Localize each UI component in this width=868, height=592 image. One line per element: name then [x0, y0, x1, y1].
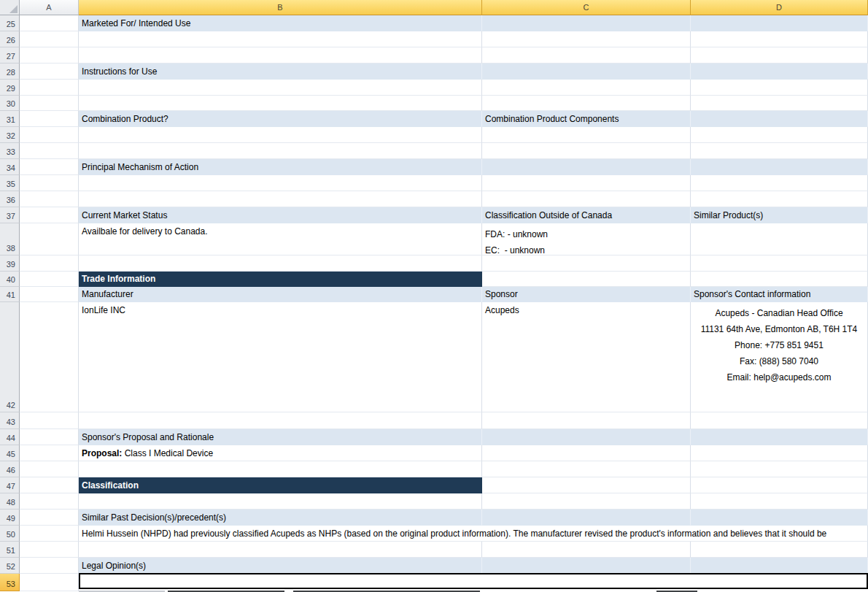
cell-D40[interactable]	[691, 272, 868, 287]
cell-B30[interactable]	[79, 96, 482, 111]
cell-A33[interactable]	[20, 143, 79, 159]
cell-C46[interactable]	[482, 461, 691, 477]
row-header-47[interactable]: 47	[0, 477, 20, 493]
cell-A45[interactable]	[20, 445, 79, 461]
cell-B38[interactable]: Availbale for delivery to Canada.	[79, 223, 482, 255]
cell-A50[interactable]	[20, 526, 79, 542]
cell-C35[interactable]	[482, 175, 691, 191]
cell-B36[interactable]	[79, 191, 482, 207]
cell-A48[interactable]	[20, 493, 79, 510]
cell-A38[interactable]	[20, 223, 79, 255]
cell-A25[interactable]	[20, 15, 79, 31]
cell-A30[interactable]	[20, 96, 79, 111]
row-header-44[interactable]: 44	[0, 429, 20, 445]
row-header-52[interactable]: 52	[0, 558, 20, 574]
cell-B51[interactable]	[79, 542, 482, 558]
row-header-42[interactable]: 42	[0, 302, 20, 412]
cell-A52[interactable]	[20, 558, 79, 574]
cell-C41[interactable]: Sponsor	[482, 287, 691, 302]
column-header-C[interactable]: C	[482, 0, 691, 15]
row-header-36[interactable]: 36	[0, 191, 20, 207]
cell-A51[interactable]	[20, 542, 79, 558]
cell-A36[interactable]	[20, 191, 79, 207]
cell-C29[interactable]	[482, 80, 691, 96]
cell-C25[interactable]	[482, 15, 691, 31]
cell-A39[interactable]	[20, 255, 79, 272]
cell-D28[interactable]	[691, 64, 868, 80]
cell-C52[interactable]	[482, 558, 691, 574]
cell-A31[interactable]	[20, 111, 79, 127]
row-header-26[interactable]: 26	[0, 31, 20, 47]
cell-A32[interactable]	[20, 127, 79, 143]
cell-D47[interactable]	[691, 477, 868, 493]
cell-C27[interactable]	[482, 47, 691, 64]
cell-B41[interactable]: Manufacturer	[79, 287, 482, 302]
cell-C43[interactable]	[482, 412, 691, 429]
row-header-38[interactable]: 38	[0, 223, 20, 255]
select-all-corner[interactable]	[0, 0, 20, 15]
cell-D35[interactable]	[691, 175, 868, 191]
cell-B26[interactable]	[79, 31, 482, 47]
cell-D51[interactable]	[691, 542, 868, 558]
cell-A46[interactable]	[20, 461, 79, 477]
cell-D37[interactable]: Similar Product(s)	[691, 207, 868, 223]
cell-B44[interactable]: Sponsor's Proposal and Rationale	[79, 429, 482, 445]
cell-D25[interactable]	[691, 15, 868, 31]
cell-D43[interactable]	[691, 412, 868, 429]
cell-A53[interactable]	[20, 574, 79, 591]
cell-B32[interactable]	[79, 127, 482, 143]
row-header-30[interactable]: 30	[0, 96, 20, 111]
cell-B43[interactable]	[79, 412, 482, 429]
cell-A29[interactable]	[20, 80, 79, 96]
cell-C40[interactable]	[482, 272, 691, 287]
row-header-43[interactable]: 43	[0, 412, 20, 429]
row-header-49[interactable]: 49	[0, 510, 20, 526]
cell-D52[interactable]	[691, 558, 868, 574]
cell-D49[interactable]	[691, 510, 868, 526]
cell-A28[interactable]	[20, 64, 79, 80]
row-header-37[interactable]: 37	[0, 207, 20, 223]
cell-C32[interactable]	[482, 127, 691, 143]
cell-B35[interactable]	[79, 175, 482, 191]
row-header-40[interactable]: 40	[0, 272, 20, 287]
column-header-A[interactable]: A	[20, 0, 79, 15]
cell-A43[interactable]	[20, 412, 79, 429]
row-header-34[interactable]: 34	[0, 159, 20, 175]
cell-B42[interactable]: IonLife INC	[79, 302, 482, 412]
cell-D45[interactable]	[691, 445, 868, 461]
cell-D26[interactable]	[691, 31, 868, 47]
cell-D31[interactable]	[691, 111, 868, 127]
cell-D29[interactable]	[691, 80, 868, 96]
cell-C42[interactable]: Acupeds	[482, 302, 691, 412]
cell-B52[interactable]: Legal Opinion(s)	[79, 558, 482, 574]
row-header-25[interactable]: 25	[0, 15, 20, 31]
row-header-32[interactable]: 32	[0, 127, 20, 143]
column-header-B[interactable]: B	[79, 0, 482, 15]
cell-D44[interactable]	[691, 429, 868, 445]
cell-D41[interactable]: Sponsor's Contact information	[691, 287, 868, 302]
row-header-29[interactable]: 29	[0, 80, 20, 96]
cell-A26[interactable]	[20, 31, 79, 47]
cell-B40[interactable]: Trade Information	[79, 272, 482, 287]
row-header-31[interactable]: 31	[0, 111, 20, 127]
cell-D34[interactable]	[691, 159, 868, 175]
cell-C37[interactable]: Classification Outside of Canada	[482, 207, 691, 223]
cell-A42[interactable]	[20, 302, 79, 412]
cell-B46[interactable]	[79, 461, 482, 477]
row-header-39[interactable]: 39	[0, 255, 20, 272]
row-header-35[interactable]: 35	[0, 175, 20, 191]
row-header-27[interactable]: 27	[0, 47, 20, 64]
cell-A44[interactable]	[20, 429, 79, 445]
row-header-51[interactable]: 51	[0, 542, 20, 558]
cell-B29[interactable]	[79, 80, 482, 96]
row-header-50[interactable]: 50	[0, 526, 20, 542]
cell-B50[interactable]: Helmi Hussein (NHPD) had previously clas…	[79, 526, 868, 542]
cell-B47[interactable]: Classification	[79, 477, 482, 493]
cell-D39[interactable]	[691, 255, 868, 272]
cell-A49[interactable]	[20, 510, 79, 526]
cell-C47[interactable]	[482, 477, 691, 493]
cell-B27[interactable]	[79, 47, 482, 64]
cell-C39[interactable]	[482, 255, 691, 272]
row-header-53[interactable]: 53	[0, 574, 20, 591]
row-header-28[interactable]: 28	[0, 64, 20, 80]
